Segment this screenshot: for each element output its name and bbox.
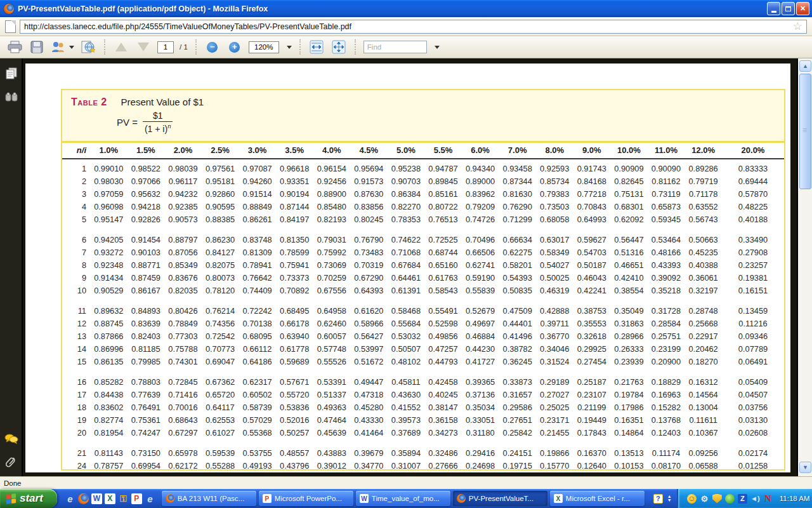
scroll-up-button[interactable]: ▲	[799, 60, 811, 72]
powerpoint-icon[interactable]: P	[131, 493, 142, 504]
pv-value-cell: 0.67684	[388, 259, 425, 272]
excel-icon[interactable]: X	[105, 493, 115, 504]
pv-value-cell: 0.16963	[648, 389, 685, 401]
collaborate-button[interactable]	[51, 38, 74, 56]
fit-width-button[interactable]	[308, 38, 325, 56]
task-button[interactable]: BA 213 W11 (Pasc...	[162, 491, 256, 506]
close-button[interactable]: ✕	[796, 2, 809, 15]
start-button[interactable]: start	[0, 489, 57, 508]
zoom-out-button[interactable]: −	[204, 38, 221, 56]
pv-value-cell: 0.92348	[90, 259, 128, 272]
firefox-icon[interactable]	[78, 493, 89, 504]
page-favicon	[5, 20, 16, 33]
pv-value-cell: 0.13459	[722, 297, 784, 318]
pv-value-cell: 0.29925	[573, 343, 611, 356]
pv-value-cell: 0.28748	[684, 297, 722, 318]
pv-value-cell: 0.86135	[90, 356, 128, 368]
pv-value-cell: 0.47464	[313, 414, 350, 427]
tools-icon[interactable]: ⚙	[700, 494, 709, 504]
pv-value-cell: 0.72542	[202, 330, 239, 343]
table-row: 150.861350.799850.743010.690470.641860.5…	[62, 356, 784, 368]
messenger-icon[interactable]: ☺	[687, 494, 697, 504]
pv-value-cell: 0.94787	[424, 159, 462, 175]
pv-value-cell: 0.07789	[722, 343, 784, 356]
search-panel-icon[interactable]	[4, 90, 18, 104]
table-row: 140.869960.811850.757880.707730.661120.6…	[62, 343, 784, 356]
volume-icon[interactable]: ◄)	[750, 494, 760, 504]
ie-document-icon[interactable]: e	[145, 493, 155, 504]
url-input[interactable]	[20, 22, 789, 31]
pdf-navigation-pane	[0, 58, 23, 476]
help-icon[interactable]: ?	[653, 494, 663, 504]
save-button[interactable]	[29, 38, 45, 56]
find-dropdown-icon[interactable]	[435, 46, 440, 49]
pv-value-cell: 0.88849	[239, 201, 276, 213]
zoom-level-input[interactable]	[249, 41, 279, 53]
share-button[interactable]	[80, 38, 96, 56]
pv-value-cell: 0.10153	[610, 460, 648, 472]
task-button[interactable]: PV-PresentValueT...	[453, 491, 547, 506]
novell-icon[interactable]: N	[763, 494, 773, 504]
pv-value-cell: 0.14864	[610, 427, 648, 439]
task-button[interactable]: XMicrosoft Excel - r...	[550, 491, 645, 506]
row-period: 1	[62, 159, 90, 175]
pv-value-cell: 0.62460	[313, 318, 350, 330]
taskbar-clock[interactable]: 11:18 AM	[780, 495, 810, 502]
table-row: 50.951470.928260.905730.883850.862610.84…	[62, 213, 784, 226]
pv-value-cell: 0.39012	[313, 460, 350, 472]
scrollbar-thumb[interactable]	[799, 74, 811, 189]
row-period: 10	[62, 284, 90, 297]
column-header: 2.5%	[202, 142, 239, 159]
previous-page-button[interactable]	[113, 38, 129, 56]
minimize-button[interactable]	[767, 2, 780, 15]
pv-value-cell: 0.29586	[499, 401, 536, 414]
pv-value-cell: 0.18270	[684, 356, 722, 368]
pv-value-cell: 0.54393	[499, 272, 536, 284]
zoom-dropdown-icon[interactable]	[287, 46, 292, 49]
pv-value-cell: 0.37689	[388, 427, 425, 439]
scroll-down-button[interactable]: ▼	[799, 462, 811, 473]
pages-panel-icon[interactable]	[4, 66, 18, 80]
zoom-in-button[interactable]: +	[226, 38, 243, 56]
pv-value-cell: 0.55839	[462, 284, 499, 297]
vertical-scrollbar[interactable]: ▲ ▼	[797, 58, 812, 476]
pv-value-cell: 0.60502	[239, 389, 276, 401]
bookmark-star-icon[interactable]: ☆	[789, 21, 806, 32]
update-icon[interactable]	[725, 494, 735, 504]
page-number-input[interactable]	[157, 41, 174, 53]
find-input[interactable]	[363, 41, 427, 53]
word-icon: W	[360, 494, 369, 503]
table-row: 20.980300.970660.961170.951810.942600.93…	[62, 175, 784, 188]
next-page-button[interactable]	[135, 38, 152, 56]
internet-explorer-icon[interactable]: e	[65, 493, 75, 504]
pv-value-cell: 0.43393	[648, 259, 685, 272]
pv-value-cell: 0.58739	[239, 401, 276, 414]
pv-value-cell: 0.64186	[239, 356, 276, 368]
word-icon[interactable]: W	[91, 493, 102, 504]
row-period: 11	[62, 297, 90, 318]
task-button[interactable]: PMicrosoft PowerPo...	[259, 491, 353, 506]
print-button[interactable]	[6, 38, 23, 56]
task-button[interactable]: WTime_value_of_mo...	[356, 491, 450, 506]
pv-value-cell: 0.65160	[424, 259, 462, 272]
pv-value-cell: 0.51316	[610, 246, 648, 259]
pv-value-cell: 0.43630	[388, 389, 425, 401]
keys-icon[interactable]: ⚿	[118, 493, 129, 504]
pv-value-cell: 0.70259	[313, 272, 350, 284]
pv-value-cell: 0.59345	[648, 213, 685, 226]
pv-value-cell: 0.43883	[313, 439, 350, 460]
pv-value-cell: 0.78757	[90, 460, 128, 472]
pv-value-cell: 0.85349	[164, 259, 202, 272]
url-box[interactable]: ☆	[20, 20, 807, 34]
column-header: 2.0%	[164, 142, 202, 159]
pv-value-cell: 0.96154	[313, 159, 350, 175]
taskbar-collapse-chevrons[interactable]: ▲▼	[667, 495, 672, 502]
z-icon[interactable]: Z	[738, 494, 747, 504]
fit-page-button[interactable]	[331, 38, 347, 56]
pv-value-cell: 0.39711	[536, 318, 573, 330]
restore-button[interactable]	[782, 2, 795, 15]
attachments-panel-icon[interactable]	[4, 455, 18, 469]
pv-value-cell: 0.06588	[684, 460, 722, 472]
comments-panel-icon[interactable]	[4, 432, 18, 446]
shield-icon[interactable]	[712, 494, 722, 504]
